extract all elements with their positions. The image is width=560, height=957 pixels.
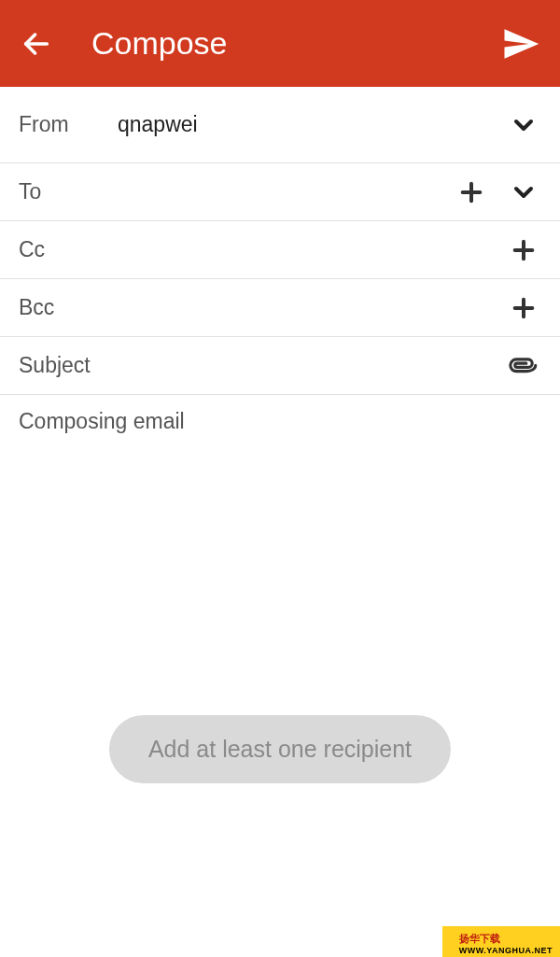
cc-actions xyxy=(506,232,541,268)
plus-icon xyxy=(509,293,539,323)
from-label: From xyxy=(19,112,118,137)
page-title: Compose xyxy=(91,25,500,62)
from-row[interactable]: From qnapwei xyxy=(0,87,560,163)
cc-label: Cc xyxy=(19,237,506,262)
bcc-actions xyxy=(506,290,541,326)
email-body-input[interactable]: Composing email xyxy=(0,395,560,448)
cc-row[interactable]: Cc xyxy=(0,221,560,279)
cc-add-button[interactable] xyxy=(506,232,541,268)
from-value: qnapwei xyxy=(118,112,506,137)
subject-actions xyxy=(506,348,541,384)
subject-label: Subject xyxy=(19,353,506,378)
bcc-row[interactable]: Bcc xyxy=(0,279,560,337)
bcc-label: Bcc xyxy=(19,295,506,320)
plus-icon xyxy=(509,235,539,265)
toast-message: Add at least one recipient xyxy=(109,715,451,783)
send-icon xyxy=(501,24,540,63)
to-label: To xyxy=(19,179,454,204)
subject-row[interactable]: Subject xyxy=(0,337,560,395)
to-dropdown-button[interactable] xyxy=(506,175,541,210)
plus-icon xyxy=(456,177,486,207)
from-dropdown-button[interactable] xyxy=(506,107,541,143)
from-actions xyxy=(506,107,541,143)
back-arrow-icon xyxy=(21,28,52,60)
attachment-button[interactable] xyxy=(506,348,541,384)
back-button[interactable] xyxy=(19,26,54,62)
watermark: 扬华下载 WWW.YANGHUA.NET xyxy=(442,926,560,957)
to-add-button[interactable] xyxy=(454,175,489,210)
chevron-down-icon xyxy=(509,177,539,207)
paperclip-icon xyxy=(508,350,539,382)
bcc-add-button[interactable] xyxy=(506,290,541,326)
watermark-line2: WWW.YANGHUA.NET xyxy=(459,946,553,955)
to-row[interactable]: To xyxy=(0,163,560,221)
watermark-line1: 扬华下载 xyxy=(459,932,553,946)
chevron-down-icon xyxy=(509,110,539,140)
to-actions xyxy=(454,175,541,210)
compose-header: Compose xyxy=(0,0,560,87)
send-button[interactable] xyxy=(500,23,541,64)
